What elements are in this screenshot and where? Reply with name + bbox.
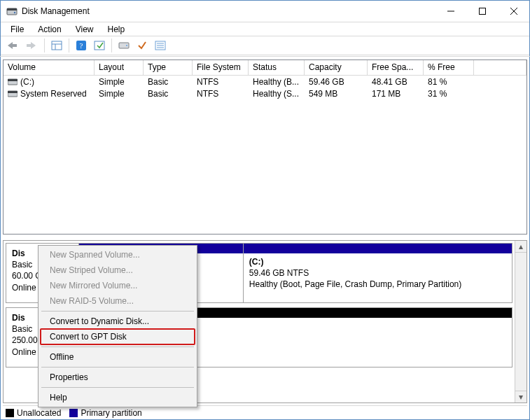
table-row[interactable]: System ReservedSimpleBasicNTFSHealthy (S… <box>4 88 526 99</box>
column-header[interactable]: % Free <box>424 60 474 76</box>
toolbar-sep <box>44 38 45 52</box>
context-menu: New Spanned Volume...New Striped Volume.… <box>38 245 197 407</box>
svg-rect-14 <box>95 41 104 50</box>
menu-file[interactable]: File <box>4 24 31 35</box>
volume-name: (C:) <box>20 77 34 87</box>
menu-separator <box>41 387 194 388</box>
svg-rect-7 <box>12 44 17 47</box>
column-header[interactable]: Type <box>144 60 193 76</box>
column-header[interactable]: Volume <box>4 60 95 76</box>
content-area: VolumeLayoutTypeFile SystemStatusCapacit… <box>0 56 530 420</box>
context-menu-item[interactable]: Properties <box>40 370 195 385</box>
legend-unallocated: Unallocated <box>6 408 61 418</box>
scroll-up-icon[interactable]: ▴ <box>515 241 526 253</box>
cell: NTFS <box>193 88 249 99</box>
back-button[interactable] <box>4 38 20 53</box>
cell: (C:) <box>4 76 95 88</box>
cell: 59.46 GB <box>305 76 368 88</box>
drive-icon[interactable] <box>116 38 132 53</box>
maximize-button[interactable] <box>466 1 498 21</box>
disk-mgmt-icon <box>6 6 18 17</box>
column-header[interactable]: Free Spa... <box>368 60 424 76</box>
cell: 549 MB <box>305 88 368 99</box>
menu-view[interactable]: View <box>69 24 101 35</box>
scrollbar[interactable]: ▴ ▾ <box>515 241 526 402</box>
list-icon[interactable] <box>153 38 168 53</box>
column-header[interactable]: Layout <box>95 60 144 76</box>
cell: Simple <box>95 76 144 88</box>
svg-text:?: ? <box>80 41 83 50</box>
cell: System Reserved <box>4 88 95 99</box>
help-icon[interactable]: ? <box>74 38 89 53</box>
column-header[interactable]: Status <box>249 60 305 76</box>
cell: Healthy (B... <box>249 76 305 88</box>
view-icon[interactable] <box>49 38 64 53</box>
legend: Unallocated Primary partition <box>3 405 527 419</box>
context-menu-item: New Spanned Volume... <box>40 247 195 262</box>
cell: Healthy (S... <box>249 88 305 99</box>
action-icon[interactable] <box>92 38 107 53</box>
volume-list-body[interactable]: (C:)SimpleBasicNTFSHealthy (B...59.46 GB… <box>4 76 526 99</box>
svg-point-16 <box>126 45 127 46</box>
svg-rect-22 <box>8 79 18 81</box>
close-button[interactable] <box>498 1 529 21</box>
context-menu-item[interactable]: Convert to GPT Disk <box>40 329 195 344</box>
context-menu-item: New Mirrored Volume... <box>40 278 195 293</box>
cell: 81 % <box>424 76 474 88</box>
title-bar: Disk Management <box>1 1 529 22</box>
legend-primary: Primary partition <box>69 408 141 418</box>
cell: Simple <box>95 88 144 99</box>
context-menu-item[interactable]: Convert to Dynamic Disk... <box>40 314 195 329</box>
table-row[interactable]: (C:)SimpleBasicNTFSHealthy (B...59.46 GB… <box>4 76 526 88</box>
window-title: Disk Management <box>22 6 90 16</box>
svg-rect-1 <box>7 8 17 10</box>
svg-rect-8 <box>27 44 32 47</box>
partition-label: (C:)59.46 GB NTFSHealthy (Boot, Page Fil… <box>249 256 508 290</box>
menu-bar: File Action View Help <box>1 22 529 36</box>
cell: 48.41 GB <box>368 76 424 88</box>
volume-list[interactable]: VolumeLayoutTypeFile SystemStatusCapacit… <box>3 59 527 234</box>
cell: Basic <box>144 88 193 99</box>
menu-separator <box>41 367 194 368</box>
context-menu-item[interactable]: Help <box>40 390 195 405</box>
column-header[interactable]: Capacity <box>305 60 368 76</box>
check-icon[interactable] <box>134 38 150 53</box>
cell: Basic <box>144 76 193 88</box>
volume-list-header[interactable]: VolumeLayoutTypeFile SystemStatusCapacit… <box>4 60 526 76</box>
svg-rect-9 <box>52 41 62 50</box>
column-header[interactable]: File System <box>193 60 249 76</box>
toolbar-sep <box>111 38 112 52</box>
forward-button[interactable] <box>23 38 40 53</box>
menu-help[interactable]: Help <box>101 24 132 35</box>
toolbar-sep <box>69 38 69 52</box>
menu-separator <box>41 311 194 312</box>
context-menu-item[interactable]: Offline <box>40 349 195 365</box>
partition-stripe <box>244 244 512 253</box>
disk-pane[interactable]: (C:)59.46 GB NTFSHealthy (Boot, Page Fil… <box>244 244 512 302</box>
volume-name: System Reserved <box>20 89 87 99</box>
menu-separator <box>41 346 194 347</box>
menu-action[interactable]: Action <box>31 24 68 35</box>
svg-rect-4 <box>479 8 485 15</box>
svg-rect-24 <box>8 91 18 93</box>
toolbar: ? <box>1 36 529 55</box>
svg-point-2 <box>14 12 15 13</box>
context-menu-item: New Striped Volume... <box>40 262 195 278</box>
minimize-button[interactable] <box>435 1 466 21</box>
context-menu-item: New RAID-5 Volume... <box>40 293 195 309</box>
cell: 31 % <box>424 88 474 99</box>
cell: 171 MB <box>368 88 424 99</box>
scroll-down-icon[interactable]: ▾ <box>515 391 526 402</box>
cell: NTFS <box>193 76 249 88</box>
